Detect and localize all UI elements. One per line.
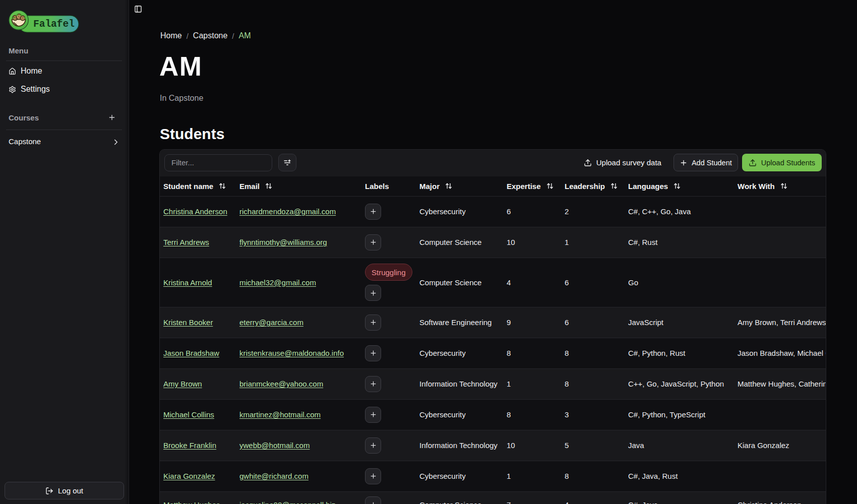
svg-text:Falafel: Falafel [33,19,75,30]
